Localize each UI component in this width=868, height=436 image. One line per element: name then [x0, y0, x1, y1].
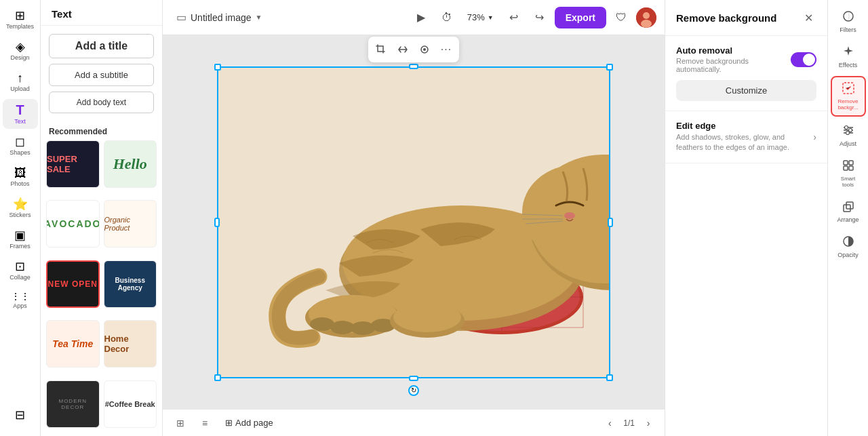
photos-label: Photos	[10, 180, 29, 187]
list-view-button[interactable]: ≡	[195, 414, 214, 433]
smart-tools-label: Smarttools	[841, 176, 855, 189]
sidebar-item-templates[interactable]: ⊞ Templates	[3, 5, 38, 34]
sidebar-item-design[interactable]: ◈ Design	[3, 37, 38, 65]
svg-point-2	[641, 20, 652, 28]
sidebar-item-frames[interactable]: ▣ Frames	[3, 225, 38, 254]
template-teatime-text: Tea Time	[52, 338, 93, 349]
user-avatar[interactable]	[636, 7, 656, 28]
sidebar-item-shapes[interactable]: ◻ Shapes	[3, 132, 38, 160]
template-coffee-break[interactable]: #Coffee Break	[104, 380, 157, 428]
zoom-control[interactable]: 73% ▼	[462, 9, 499, 25]
canvas-frame[interactable]: ↻	[217, 66, 610, 378]
zoom-chevron-icon: ▼	[488, 14, 494, 21]
text-panel-header: Text	[41, 0, 162, 26]
photos-icon: 🖼	[14, 167, 26, 179]
template-moderndecor-text: MODERN DECOR	[47, 397, 99, 412]
auto-removal-title: Auto removal	[676, 45, 791, 56]
upload-icon: ↑	[17, 72, 23, 84]
adjust-label: Adjust	[840, 140, 856, 148]
edit-edge-row[interactable]: Edit edge Add shadows, strokes, glow, an…	[676, 121, 816, 153]
add-page-label: Add page	[235, 418, 273, 428]
design-icon: ◈	[16, 41, 25, 53]
add-body-button[interactable]: Add body text	[49, 92, 154, 113]
recommended-label: Recommended	[41, 121, 162, 140]
sidebar-item-stickers[interactable]: ⭐ Stickers	[3, 194, 38, 222]
customize-button[interactable]: Customize	[676, 80, 816, 101]
prev-page-button[interactable]: ‹	[601, 415, 618, 431]
play-button[interactable]: ▶	[410, 7, 432, 28]
more-options-button[interactable]: ···	[436, 39, 456, 60]
add-title-button[interactable]: Add a title	[49, 34, 154, 58]
text-templates-grid: Super Sale Hello AVOCADO Organic Product…	[41, 140, 162, 436]
right-tool-opacity[interactable]: Opacity	[831, 231, 866, 263]
auto-removal-toggle[interactable]	[791, 52, 816, 67]
right-tool-smart-tools[interactable]: Smarttools	[831, 155, 866, 193]
svg-rect-41	[844, 166, 848, 170]
upload-label: Upload	[10, 85, 30, 92]
collage-label: Collage	[9, 274, 31, 281]
template-modern-decor[interactable]: MODERN DECOR	[46, 380, 100, 428]
canvas-area: Page 1	[163, 35, 665, 409]
template-super-sale[interactable]: Super Sale	[46, 140, 100, 188]
sidebar-item-photos[interactable]: 🖼 Photos	[3, 163, 38, 191]
image-effects-button[interactable]	[414, 39, 435, 60]
shield-button[interactable]: 🛡	[610, 7, 632, 28]
template-hello[interactable]: Hello	[104, 140, 157, 188]
floating-toolbar: ···	[368, 37, 459, 62]
frames-icon: ▣	[14, 229, 26, 241]
remove-bg-icon	[842, 81, 855, 97]
document-name-area[interactable]: ▭ Untitled image ▼	[171, 8, 267, 26]
template-avocado[interactable]: AVOCADO	[46, 200, 100, 247]
auto-removal-desc: Remove backgrounds automatically.	[676, 57, 791, 73]
apps-label: Apps	[13, 302, 27, 309]
template-home-decor[interactable]: Home Decor	[104, 320, 157, 368]
template-homedecor-text: Home Decor	[104, 334, 157, 354]
next-page-button[interactable]: ›	[640, 415, 656, 431]
redo-button[interactable]: ↪	[529, 7, 551, 28]
panel-title: Remove background	[676, 12, 776, 24]
stickers-icon: ⭐	[13, 198, 28, 210]
sidebar-item-settings[interactable]: ⊟	[3, 405, 38, 425]
smart-tools-icon	[842, 159, 855, 174]
template-avocado-text: AVOCADO	[46, 218, 100, 229]
add-subtitle-button[interactable]: Add a subtitle	[49, 64, 154, 86]
template-business-agency[interactable]: Business Agency	[104, 260, 157, 308]
document-icon: ▭	[176, 11, 186, 24]
sidebar-item-text[interactable]: T Text	[3, 99, 38, 129]
svg-point-37	[848, 128, 852, 132]
template-organic-product[interactable]: Organic Product	[104, 200, 157, 247]
template-new-open[interactable]: NEW OPEN	[46, 260, 100, 308]
grid-view-button[interactable]: ⊞	[171, 414, 190, 433]
rotate-handle[interactable]: ↻	[408, 385, 419, 396]
apps-icon: ⋮⋮	[11, 292, 30, 301]
text-panel: Text Add a title Add a subtitle Add body…	[41, 0, 163, 436]
svg-point-21	[393, 302, 461, 332]
svg-rect-42	[849, 166, 853, 170]
template-super-sale-text: Super Sale	[47, 154, 99, 174]
panel-close-button[interactable]: ✕	[800, 9, 816, 26]
crop-button[interactable]	[371, 39, 391, 60]
right-tool-arrange[interactable]: Arrange	[831, 195, 866, 228]
right-tool-filters[interactable]: Filters	[831, 5, 866, 38]
add-page-icon: ⊞	[225, 418, 233, 428]
add-page-button[interactable]: ⊞ Add page	[220, 415, 279, 431]
right-tool-remove-bg[interactable]: Removebackgr...	[831, 76, 866, 117]
flip-button[interactable]	[393, 39, 413, 60]
document-chevron-icon: ▼	[256, 14, 262, 21]
filters-label: Filters	[840, 26, 856, 34]
right-tool-effects[interactable]: Effects	[831, 41, 866, 73]
export-button[interactable]: Export	[555, 7, 606, 28]
remove-background-panel: Remove background ✕ Auto removal Remove …	[665, 0, 827, 436]
sidebar-item-collage[interactable]: ⊡ Collage	[3, 256, 38, 285]
edit-edge-chevron-icon: ›	[813, 132, 816, 142]
remove-bg-label: Removebackgr...	[837, 98, 858, 111]
sidebar-item-apps[interactable]: ⋮⋮ Apps	[3, 288, 38, 313]
template-tea-time[interactable]: Tea Time	[46, 320, 100, 368]
timer-button[interactable]: ⏱	[436, 7, 458, 28]
undo-button[interactable]: ↩	[503, 7, 525, 28]
zoom-value: 73%	[467, 12, 485, 22]
right-tools-sidebar: Filters Effects Removebackgr...	[827, 0, 868, 436]
right-tool-adjust[interactable]: Adjust	[831, 119, 866, 152]
edit-edge-title: Edit edge	[676, 121, 813, 131]
sidebar-item-upload[interactable]: ↑ Upload	[3, 68, 38, 96]
